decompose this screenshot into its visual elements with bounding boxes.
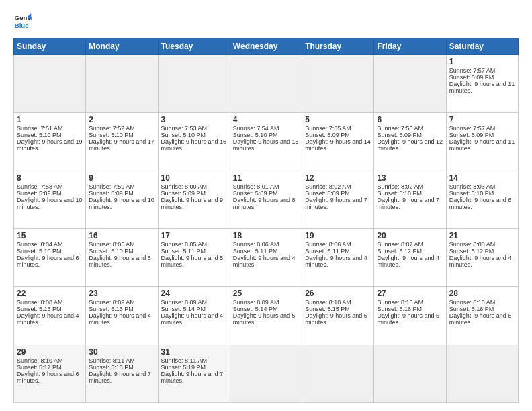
day-number: 28 (449, 289, 515, 298)
calendar-cell: 27 Sunrise: 8:10 AM Sunset: 5:16 PM Dayl… (374, 287, 446, 345)
sunset-label: Sunset: 5:18 PM (89, 364, 134, 371)
sunset-label: Sunset: 5:09 PM (17, 190, 62, 197)
calendar-cell (158, 55, 230, 113)
sunset-label: Sunset: 5:19 PM (161, 364, 206, 371)
day-number: 2 (89, 115, 154, 124)
sunset-label: Sunset: 5:10 PM (377, 190, 422, 197)
calendar-cell: 4 Sunrise: 7:54 AM Sunset: 5:10 PM Dayli… (230, 113, 302, 171)
sunrise-label: Sunrise: 8:06 AM (233, 241, 279, 248)
daylight-label: Daylight: 9 hours and 4 minutes. (449, 255, 512, 268)
calendar-cell (230, 345, 302, 402)
calendar-header-friday: Friday (374, 38, 446, 55)
daylight-label: Daylight: 9 hours and 16 minutes. (161, 138, 227, 152)
calendar-cell: 21 Sunrise: 8:08 AM Sunset: 5:12 PM Dayl… (446, 228, 518, 286)
day-number: 1 (449, 57, 515, 66)
sunrise-label: Sunrise: 8:06 AM (305, 241, 351, 248)
sunset-label: Sunset: 5:16 PM (449, 306, 494, 312)
calendar-cell: 19 Sunrise: 8:06 AM Sunset: 5:11 PM Dayl… (302, 228, 374, 286)
sunrise-label: Sunrise: 8:07 AM (377, 241, 423, 248)
calendar-week-row: 8 Sunrise: 7:58 AM Sunset: 5:09 PM Dayli… (14, 171, 519, 228)
sunset-label: Sunset: 5:09 PM (305, 132, 350, 138)
sunrise-label: Sunrise: 7:52 AM (89, 125, 135, 132)
daylight-label: Daylight: 9 hours and 4 minutes. (161, 312, 224, 326)
day-number: 26 (305, 289, 371, 298)
daylight-label: Daylight: 9 hours and 4 minutes. (305, 255, 367, 268)
calendar-header-saturday: Saturday (446, 38, 518, 55)
day-number: 21 (449, 231, 515, 240)
calendar-week-row: 1 Sunrise: 7:51 AM Sunset: 5:10 PM Dayli… (14, 113, 519, 171)
sunrise-label: Sunrise: 8:09 AM (89, 299, 135, 306)
sunset-label: Sunset: 5:14 PM (161, 306, 206, 312)
day-number: 20 (377, 231, 443, 240)
calendar-header-sunday: Sunday (14, 38, 86, 55)
daylight-label: Daylight: 9 hours and 19 minutes. (17, 138, 83, 152)
sunrise-label: Sunrise: 8:05 AM (161, 241, 208, 248)
sunset-label: Sunset: 5:12 PM (449, 248, 494, 255)
logo: General Blue (13, 12, 32, 31)
day-number: 17 (161, 231, 227, 240)
sunrise-label: Sunrise: 8:09 AM (161, 299, 208, 306)
calendar-cell: 6 Sunrise: 7:56 AM Sunset: 5:09 PM Dayli… (374, 113, 446, 171)
daylight-label: Daylight: 9 hours and 10 minutes. (17, 197, 83, 210)
day-number: 14 (449, 173, 515, 183)
sunrise-label: Sunrise: 8:05 AM (89, 241, 135, 248)
day-number: 3 (161, 115, 227, 124)
calendar-cell: 26 Sunrise: 8:10 AM Sunset: 5:15 PM Dayl… (302, 287, 374, 345)
calendar-cell (302, 345, 374, 402)
sunrise-label: Sunrise: 7:57 AM (449, 125, 496, 132)
sunset-label: Sunset: 5:10 PM (89, 132, 134, 138)
day-number: 22 (17, 289, 83, 298)
daylight-label: Daylight: 9 hours and 12 minutes. (377, 138, 443, 152)
calendar-cell: 20 Sunrise: 8:07 AM Sunset: 5:12 PM Dayl… (374, 228, 446, 286)
sunset-label: Sunset: 5:10 PM (17, 248, 62, 255)
calendar-cell: 1 Sunrise: 7:51 AM Sunset: 5:10 PM Dayli… (14, 113, 86, 171)
sunrise-label: Sunrise: 7:59 AM (89, 183, 135, 190)
sunrise-label: Sunrise: 8:04 AM (17, 241, 63, 248)
sunset-label: Sunset: 5:10 PM (449, 190, 494, 197)
calendar-cell: 22 Sunrise: 8:08 AM Sunset: 5:13 PM Dayl… (14, 287, 86, 345)
sunrise-label: Sunrise: 8:11 AM (89, 357, 135, 364)
sunset-label: Sunset: 5:17 PM (17, 364, 62, 371)
day-number: 7 (449, 115, 515, 124)
sunset-label: Sunset: 5:11 PM (161, 248, 206, 255)
calendar-header-wednesday: Wednesday (230, 38, 302, 55)
day-number: 10 (161, 173, 227, 183)
calendar-cell: 25 Sunrise: 8:09 AM Sunset: 5:14 PM Dayl… (230, 287, 302, 345)
sunrise-label: Sunrise: 7:57 AM (449, 67, 496, 74)
daylight-label: Daylight: 9 hours and 5 minutes. (161, 255, 224, 268)
day-number: 1 (17, 115, 83, 124)
sunrise-label: Sunrise: 8:09 AM (233, 299, 279, 306)
sunrise-label: Sunrise: 7:56 AM (377, 125, 423, 132)
day-number: 31 (161, 347, 227, 357)
daylight-label: Daylight: 9 hours and 4 minutes. (233, 255, 296, 268)
daylight-label: Daylight: 9 hours and 7 minutes. (161, 371, 224, 384)
sunrise-label: Sunrise: 8:02 AM (377, 183, 423, 190)
daylight-label: Daylight: 9 hours and 7 minutes. (377, 197, 439, 210)
calendar-week-row: 1 Sunrise: 7:57 AM Sunset: 5:09 PM Dayli… (14, 55, 519, 113)
calendar-cell: 12 Sunrise: 8:02 AM Sunset: 5:09 PM Dayl… (302, 171, 374, 228)
sunset-label: Sunset: 5:13 PM (89, 306, 134, 312)
calendar-header-tuesday: Tuesday (158, 38, 230, 55)
daylight-label: Daylight: 9 hours and 5 minutes. (89, 255, 151, 268)
calendar-table: SundayMondayTuesdayWednesdayThursdayFrid… (13, 38, 519, 403)
calendar-header-row: SundayMondayTuesdayWednesdayThursdayFrid… (14, 38, 519, 55)
daylight-label: Daylight: 9 hours and 9 minutes. (161, 197, 224, 210)
calendar-header-monday: Monday (86, 38, 158, 55)
calendar-cell: 28 Sunrise: 8:10 AM Sunset: 5:16 PM Dayl… (446, 287, 518, 345)
day-number: 18 (233, 231, 299, 240)
calendar-cell: 23 Sunrise: 8:09 AM Sunset: 5:13 PM Dayl… (86, 287, 158, 345)
sunrise-label: Sunrise: 7:58 AM (17, 183, 63, 190)
calendar-cell: 18 Sunrise: 8:06 AM Sunset: 5:11 PM Dayl… (230, 228, 302, 286)
sunrise-label: Sunrise: 8:08 AM (449, 241, 496, 248)
calendar-cell: 29 Sunrise: 8:10 AM Sunset: 5:17 PM Dayl… (14, 345, 86, 402)
sunrise-label: Sunrise: 8:10 AM (17, 357, 63, 364)
sunrise-label: Sunrise: 8:03 AM (449, 183, 496, 190)
daylight-label: Daylight: 9 hours and 7 minutes. (89, 371, 151, 384)
sunrise-label: Sunrise: 8:10 AM (377, 299, 423, 306)
calendar-cell: 14 Sunrise: 8:03 AM Sunset: 5:10 PM Dayl… (446, 171, 518, 228)
daylight-label: Daylight: 9 hours and 4 minutes. (89, 312, 151, 326)
sunset-label: Sunset: 5:16 PM (377, 306, 422, 312)
daylight-label: Daylight: 9 hours and 7 minutes. (305, 197, 367, 210)
calendar-week-row: 29 Sunrise: 8:10 AM Sunset: 5:17 PM Dayl… (14, 345, 519, 402)
sunset-label: Sunset: 5:09 PM (449, 74, 494, 81)
